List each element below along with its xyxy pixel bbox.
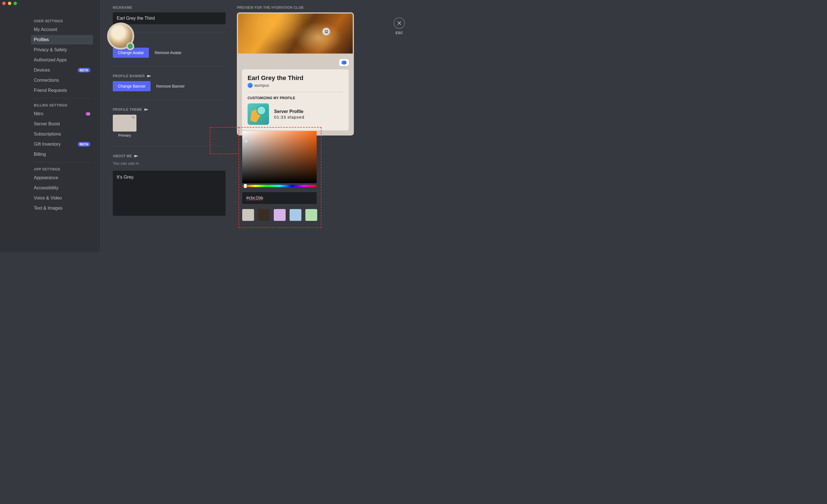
section-divider	[113, 99, 226, 100]
color-swatch[interactable]	[290, 209, 301, 221]
sidebar-item-text-images[interactable]: Text & Images	[31, 204, 93, 213]
section-divider	[113, 146, 226, 146]
sidebar-header-app: APP SETTINGS	[31, 165, 93, 173]
sidebar-separator	[34, 162, 90, 162]
remove-avatar-button[interactable]: Remove Avatar	[154, 50, 181, 55]
sidebar-item-label: Authorized Apps	[34, 57, 67, 63]
profile-preview-card: 🖼 Earl Grey the Third wumpus CUSTOMIZING…	[237, 12, 354, 135]
sidebar-item-label: Connections	[34, 78, 59, 83]
color-swatch-row	[242, 209, 321, 221]
label-text: PROFILE BANNER	[113, 74, 145, 78]
sidebar-item-label: Accessibility	[34, 185, 58, 190]
color-saturation-field[interactable]	[242, 131, 317, 183]
close-icon	[397, 20, 402, 25]
sidebar-item-profiles[interactable]: Profiles	[31, 35, 93, 45]
beta-badge: BETA	[78, 142, 90, 147]
sidebar-item-billing[interactable]: Billing	[31, 150, 93, 159]
activity-pencil-icon	[248, 103, 269, 125]
svg-rect-7	[136, 156, 138, 157]
nitro-tag-icon	[339, 59, 349, 66]
svg-rect-3	[149, 75, 151, 77]
sidebar-item-label: Subscriptions	[34, 131, 61, 136]
sidebar-item-gift-inventory[interactable]: Gift Inventory BETA	[31, 139, 93, 149]
window-close-icon[interactable]	[2, 2, 6, 5]
sidebar-item-label: Devices	[34, 68, 50, 73]
sidebar-item-label: Nitro	[34, 111, 43, 116]
color-swatch[interactable]	[274, 209, 286, 221]
sidebar-item-my-account[interactable]: My Account	[31, 25, 93, 34]
about-me-helper: You can use m	[113, 161, 226, 166]
profile-banner-label: PROFILE BANNER	[113, 74, 226, 78]
sidebar-item-label: Appearance	[34, 175, 58, 180]
eyedropper-icon: ✎	[132, 116, 135, 120]
activity-elapsed: 01:33 elapsed	[274, 115, 304, 119]
color-hue-slider[interactable]	[242, 185, 317, 187]
sidebar-item-label: My Account	[34, 27, 57, 32]
color-swatch[interactable]	[258, 209, 270, 221]
sidebar-item-label: Profiles	[34, 37, 49, 42]
preview-header: PREVIEW FOR THE HYDRATION CLUB	[237, 6, 402, 10]
close-settings-button[interactable]	[394, 17, 405, 29]
remove-banner-button[interactable]: Remove Banner	[156, 84, 185, 89]
label-text: PROFILE THEME	[113, 108, 142, 112]
nitro-icon	[134, 154, 138, 158]
sidebar-item-server-boost[interactable]: Server Boost	[31, 119, 93, 129]
sidebar-item-friend-requests[interactable]: Friend Requests	[31, 86, 93, 95]
sidebar-header-billing: BILLING SETTINGS	[31, 101, 93, 109]
sidebar-item-subscriptions[interactable]: Subscriptions	[31, 129, 93, 139]
nickname-input[interactable]	[113, 12, 226, 24]
activity-title: Server Profile	[274, 109, 304, 114]
macos-window-controls	[2, 2, 17, 5]
color-swatch[interactable]	[242, 209, 254, 221]
edit-banner-icon[interactable]: 🖼	[322, 27, 330, 36]
color-picker-popover	[242, 131, 321, 221]
window-minimize-icon[interactable]	[8, 2, 11, 5]
sidebar-item-authorized-apps[interactable]: Authorized Apps	[31, 55, 93, 65]
color-field-thumb[interactable]	[245, 140, 248, 143]
sidebar-item-nitro[interactable]: Nitro	[31, 109, 93, 119]
beta-badge: BETA	[78, 68, 90, 72]
sidebar-item-voice-video[interactable]: Voice & Video	[31, 193, 93, 203]
nickname-label: NICKNAME	[113, 6, 226, 10]
sidebar-separator	[34, 98, 90, 98]
hue-slider-thumb[interactable]	[244, 184, 247, 188]
esc-label: ESC	[394, 31, 405, 35]
sidebar-item-devices[interactable]: Devices BETA	[31, 65, 93, 75]
sidebar-item-label: Server Boost	[34, 121, 60, 126]
svg-rect-5	[146, 109, 148, 110]
theme-primary-label: Primary	[113, 133, 137, 137]
nitro-icon	[147, 74, 151, 78]
preview-user-avatar-icon	[248, 83, 253, 88]
preview-display-name: Earl Grey the Third	[248, 74, 343, 82]
sidebar-item-privacy-safety[interactable]: Privacy & Safety	[31, 45, 93, 55]
nitro-icon	[144, 107, 148, 112]
profile-theme-label: PROFILE THEME	[113, 107, 226, 112]
color-hex-input[interactable]	[242, 192, 317, 204]
sidebar-item-label: Privacy & Safety	[34, 47, 67, 52]
about-me-label: ABOUT ME	[113, 154, 226, 158]
nitro-icon	[86, 112, 90, 115]
label-text: ABOUT ME	[113, 154, 132, 158]
sidebar-header-user: USER SETTINGS	[31, 17, 93, 25]
sidebar-item-label: Voice & Video	[34, 195, 62, 201]
color-swatch[interactable]	[305, 209, 317, 221]
change-banner-button[interactable]: Change Banner	[113, 81, 151, 91]
sidebar-item-accessibility[interactable]: Accessibility	[31, 183, 93, 193]
sidebar-item-label: Friend Requests	[34, 88, 67, 93]
window-zoom-icon[interactable]	[13, 2, 17, 5]
settings-sidebar: USER SETTINGS My Account Profiles Privac…	[0, 0, 100, 252]
section-divider	[113, 66, 226, 66]
preview-divider	[248, 92, 343, 92]
sidebar-item-appearance[interactable]: Appearance	[31, 173, 93, 182]
label-text: NICKNAME	[113, 6, 132, 10]
preview-banner[interactable]	[238, 13, 353, 54]
preview-username: wumpus	[254, 83, 269, 88]
sidebar-item-connections[interactable]: Connections	[31, 75, 93, 85]
sidebar-item-label: Billing	[34, 152, 46, 157]
theme-primary-swatch[interactable]: ✎	[113, 115, 137, 131]
sidebar-item-label: Gift Inventory	[34, 142, 61, 147]
about-me-input[interactable]: It's Grey.	[113, 171, 226, 216]
profile-settings-content: NICKNAME AVATAR Change Avatar Remove Ava…	[100, 0, 414, 252]
sidebar-item-label: Text & Images	[34, 206, 62, 211]
preview-subheader: CUSTOMIZING MY PROFILE	[248, 96, 343, 100]
